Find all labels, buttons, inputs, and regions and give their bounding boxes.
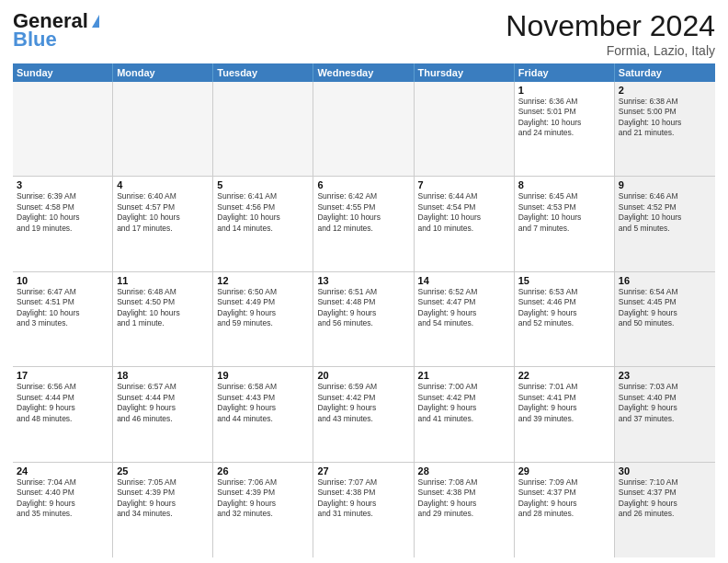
logo-blue: Blue <box>13 28 57 52</box>
cell-info-line: Sunset: 4:52 PM <box>619 202 711 213</box>
cell-info-line: and 56 minutes. <box>317 318 409 328</box>
cell-info-line: Sunrise: 7:06 AM <box>217 477 309 488</box>
day-number: 13 <box>317 275 409 286</box>
cal-cell: 12Sunrise: 6:50 AMSunset: 4:49 PMDayligh… <box>213 272 313 366</box>
cal-cell: 28Sunrise: 7:08 AMSunset: 4:38 PMDayligh… <box>415 463 515 557</box>
cell-info-line: Sunrise: 6:57 AM <box>117 382 209 392</box>
day-number: 27 <box>317 465 409 477</box>
cal-cell: 23Sunrise: 7:03 AMSunset: 4:40 PMDayligh… <box>615 367 715 461</box>
day-number: 6 <box>317 179 409 190</box>
cell-info-line: Sunset: 4:47 PM <box>418 297 510 307</box>
cell-info-line: Sunset: 4:45 PM <box>619 297 711 307</box>
cell-info-line: Sunrise: 7:05 AM <box>117 477 209 488</box>
cal-cell: 1Sunrise: 6:36 AMSunset: 5:01 PMDaylight… <box>515 82 615 176</box>
cal-cell: 27Sunrise: 7:07 AMSunset: 4:38 PMDayligh… <box>313 463 414 557</box>
cell-info-line: Daylight: 9 hours <box>317 308 409 318</box>
cell-info-line: Daylight: 10 hours <box>317 213 409 223</box>
cell-info-line: and 41 minutes. <box>418 414 510 424</box>
cell-info-line: Daylight: 9 hours <box>518 308 610 318</box>
cal-cell: 20Sunrise: 6:59 AMSunset: 4:42 PMDayligh… <box>313 367 414 461</box>
cell-info-line: and 1 minute. <box>117 318 209 328</box>
cell-info-line: and 29 minutes. <box>418 509 510 519</box>
cell-info-line: Daylight: 9 hours <box>518 403 610 413</box>
cell-info-line: and 46 minutes. <box>117 414 209 424</box>
cell-info-line: Daylight: 10 hours <box>518 118 610 128</box>
cell-info-line: and 35 minutes. <box>17 509 108 519</box>
cell-info-line: and 3 minutes. <box>17 318 108 328</box>
cell-info-line: Daylight: 10 hours <box>619 118 711 128</box>
cell-info-line: Sunrise: 6:42 AM <box>317 191 409 201</box>
cell-info-line: Sunset: 4:39 PM <box>117 488 209 498</box>
cell-info-line: Sunrise: 6:39 AM <box>17 191 108 201</box>
day-number: 14 <box>418 275 510 286</box>
day-header-sunday: Sunday <box>13 63 113 82</box>
cal-cell: 9Sunrise: 6:46 AMSunset: 4:52 PMDaylight… <box>615 177 715 270</box>
cell-info-line: and 37 minutes. <box>619 414 711 424</box>
title-block: November 2024 Formia, Lazio, Italy <box>506 9 715 58</box>
day-number: 24 <box>17 465 108 477</box>
cell-info-line: and 52 minutes. <box>518 318 610 328</box>
cell-info-line: Sunset: 4:51 PM <box>17 297 108 307</box>
cal-cell: 21Sunrise: 7:00 AMSunset: 4:42 PMDayligh… <box>415 367 515 461</box>
cell-info-line: Sunset: 5:00 PM <box>619 107 711 117</box>
cell-info-line: and 12 minutes. <box>317 224 409 234</box>
month-title: November 2024 <box>506 9 715 43</box>
day-number: 11 <box>117 275 209 286</box>
cal-cell: 15Sunrise: 6:53 AMSunset: 4:46 PMDayligh… <box>515 272 615 366</box>
cal-cell: 10Sunrise: 6:47 AMSunset: 4:51 PMDayligh… <box>13 272 113 366</box>
day-number: 4 <box>117 179 209 190</box>
cell-info-line: and 31 minutes. <box>317 509 409 519</box>
cell-info-line: Sunset: 4:48 PM <box>317 297 409 307</box>
cell-info-line: and 54 minutes. <box>418 318 510 328</box>
day-header-wednesday: Wednesday <box>313 63 414 82</box>
day-number: 5 <box>217 179 309 190</box>
cell-info-line: Daylight: 9 hours <box>418 499 510 509</box>
cell-info-line: Sunrise: 7:04 AM <box>17 477 108 488</box>
cell-info-line: Daylight: 9 hours <box>619 308 711 318</box>
calendar-week-3: 10Sunrise: 6:47 AMSunset: 4:51 PMDayligh… <box>13 272 715 367</box>
cell-info-line: and 17 minutes. <box>117 224 209 234</box>
cal-cell: 19Sunrise: 6:58 AMSunset: 4:43 PMDayligh… <box>213 367 313 461</box>
cell-info-line: Daylight: 9 hours <box>17 403 108 413</box>
cell-info-line: Sunrise: 7:07 AM <box>317 477 409 488</box>
cell-info-line: and 43 minutes. <box>317 414 409 424</box>
day-number: 22 <box>518 370 610 381</box>
cell-info-line: Sunset: 4:55 PM <box>317 202 409 213</box>
cell-info-line: Sunset: 4:42 PM <box>418 393 510 403</box>
cell-info-line: Daylight: 9 hours <box>317 403 409 413</box>
cell-info-line: Sunrise: 6:52 AM <box>418 287 510 297</box>
cal-cell: 24Sunrise: 7:04 AMSunset: 4:40 PMDayligh… <box>13 463 113 557</box>
cell-info-line: Sunset: 4:37 PM <box>619 488 711 498</box>
cell-info-line: Sunrise: 6:56 AM <box>17 382 108 392</box>
cell-info-line: Sunrise: 6:38 AM <box>619 97 711 107</box>
cell-info-line: Sunrise: 6:41 AM <box>217 191 309 201</box>
cell-info-line: Sunset: 4:57 PM <box>117 202 209 213</box>
cell-info-line: Sunrise: 6:40 AM <box>117 191 209 201</box>
cal-cell: 6Sunrise: 6:42 AMSunset: 4:55 PMDaylight… <box>313 177 414 270</box>
cell-info-line: Sunset: 4:40 PM <box>619 393 711 403</box>
cal-cell: 17Sunrise: 6:56 AMSunset: 4:44 PMDayligh… <box>13 367 113 461</box>
cal-cell <box>113 82 213 176</box>
cell-info-line: Sunset: 4:42 PM <box>317 393 409 403</box>
cell-info-line: Daylight: 9 hours <box>418 403 510 413</box>
cell-info-line: Sunrise: 7:10 AM <box>619 477 711 488</box>
day-number: 7 <box>418 179 510 190</box>
cell-info-line: and 10 minutes. <box>418 224 510 234</box>
cell-info-line: Sunrise: 6:47 AM <box>17 287 108 297</box>
cell-info-line: Daylight: 10 hours <box>117 308 209 318</box>
cell-info-line: Daylight: 9 hours <box>217 499 309 509</box>
cell-info-line: Sunset: 4:39 PM <box>217 488 309 498</box>
cal-cell <box>313 82 414 176</box>
calendar-week-4: 17Sunrise: 6:56 AMSunset: 4:44 PMDayligh… <box>13 367 715 462</box>
day-number: 2 <box>619 85 711 96</box>
cal-cell: 16Sunrise: 6:54 AMSunset: 4:45 PMDayligh… <box>615 272 715 366</box>
cell-info-line: Sunrise: 6:53 AM <box>518 287 610 297</box>
day-number: 17 <box>17 370 108 381</box>
cell-info-line: Sunset: 4:38 PM <box>317 488 409 498</box>
cell-info-line: Daylight: 10 hours <box>117 213 209 223</box>
day-number: 26 <box>217 465 309 477</box>
cell-info-line: Sunset: 4:41 PM <box>518 393 610 403</box>
day-number: 16 <box>619 275 711 286</box>
cal-cell: 14Sunrise: 6:52 AMSunset: 4:47 PMDayligh… <box>415 272 515 366</box>
cell-info-line: and 7 minutes. <box>518 224 610 234</box>
